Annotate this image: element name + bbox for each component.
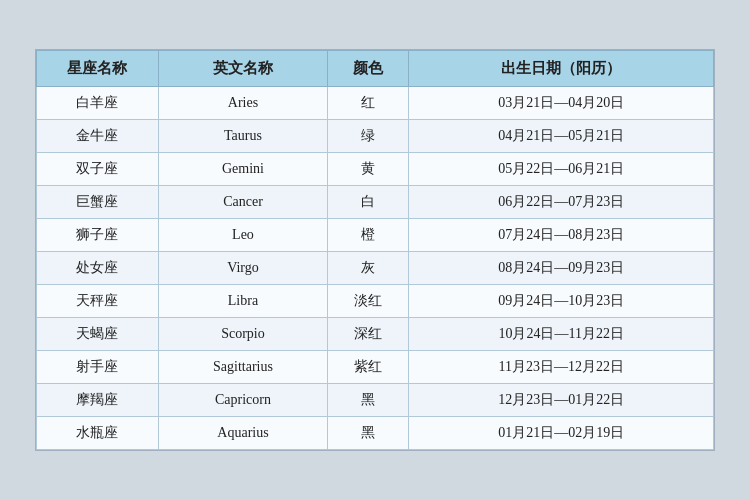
- cell-chinese: 双子座: [37, 153, 159, 186]
- cell-color: 深红: [328, 318, 409, 351]
- zodiac-table-container: 星座名称 英文名称 颜色 出生日期（阳历） 白羊座Aries红03月21日—04…: [35, 49, 715, 451]
- cell-english: Aries: [158, 87, 327, 120]
- cell-date: 03月21日—04月20日: [409, 87, 714, 120]
- zodiac-table: 星座名称 英文名称 颜色 出生日期（阳历） 白羊座Aries红03月21日—04…: [36, 50, 714, 450]
- cell-date: 09月24日—10月23日: [409, 285, 714, 318]
- cell-english: Aquarius: [158, 417, 327, 450]
- table-row: 白羊座Aries红03月21日—04月20日: [37, 87, 714, 120]
- header-date: 出生日期（阳历）: [409, 51, 714, 87]
- cell-color: 黄: [328, 153, 409, 186]
- table-row: 射手座Sagittarius紫红11月23日—12月22日: [37, 351, 714, 384]
- cell-color: 橙: [328, 219, 409, 252]
- cell-chinese: 天蝎座: [37, 318, 159, 351]
- cell-english: Leo: [158, 219, 327, 252]
- table-row: 水瓶座Aquarius黑01月21日—02月19日: [37, 417, 714, 450]
- table-row: 金牛座Taurus绿04月21日—05月21日: [37, 120, 714, 153]
- cell-color: 绿: [328, 120, 409, 153]
- table-row: 摩羯座Capricorn黑12月23日—01月22日: [37, 384, 714, 417]
- table-row: 天蝎座Scorpio深红10月24日—11月22日: [37, 318, 714, 351]
- table-row: 天秤座Libra淡红09月24日—10月23日: [37, 285, 714, 318]
- cell-chinese: 处女座: [37, 252, 159, 285]
- cell-english: Capricorn: [158, 384, 327, 417]
- cell-english: Cancer: [158, 186, 327, 219]
- table-row: 双子座Gemini黄05月22日—06月21日: [37, 153, 714, 186]
- cell-chinese: 天秤座: [37, 285, 159, 318]
- cell-date: 11月23日—12月22日: [409, 351, 714, 384]
- table-row: 狮子座Leo橙07月24日—08月23日: [37, 219, 714, 252]
- cell-english: Gemini: [158, 153, 327, 186]
- cell-date: 08月24日—09月23日: [409, 252, 714, 285]
- cell-color: 紫红: [328, 351, 409, 384]
- header-chinese: 星座名称: [37, 51, 159, 87]
- header-color: 颜色: [328, 51, 409, 87]
- cell-chinese: 巨蟹座: [37, 186, 159, 219]
- cell-english: Sagittarius: [158, 351, 327, 384]
- table-row: 巨蟹座Cancer白06月22日—07月23日: [37, 186, 714, 219]
- cell-date: 12月23日—01月22日: [409, 384, 714, 417]
- cell-date: 10月24日—11月22日: [409, 318, 714, 351]
- cell-chinese: 射手座: [37, 351, 159, 384]
- cell-date: 05月22日—06月21日: [409, 153, 714, 186]
- table-header-row: 星座名称 英文名称 颜色 出生日期（阳历）: [37, 51, 714, 87]
- cell-english: Scorpio: [158, 318, 327, 351]
- cell-color: 灰: [328, 252, 409, 285]
- cell-color: 淡红: [328, 285, 409, 318]
- cell-chinese: 金牛座: [37, 120, 159, 153]
- cell-date: 01月21日—02月19日: [409, 417, 714, 450]
- cell-chinese: 狮子座: [37, 219, 159, 252]
- cell-date: 04月21日—05月21日: [409, 120, 714, 153]
- cell-chinese: 水瓶座: [37, 417, 159, 450]
- table-body: 白羊座Aries红03月21日—04月20日金牛座Taurus绿04月21日—0…: [37, 87, 714, 450]
- header-english: 英文名称: [158, 51, 327, 87]
- cell-date: 07月24日—08月23日: [409, 219, 714, 252]
- cell-english: Libra: [158, 285, 327, 318]
- cell-color: 黑: [328, 384, 409, 417]
- table-row: 处女座Virgo灰08月24日—09月23日: [37, 252, 714, 285]
- cell-chinese: 白羊座: [37, 87, 159, 120]
- cell-chinese: 摩羯座: [37, 384, 159, 417]
- cell-color: 白: [328, 186, 409, 219]
- cell-english: Virgo: [158, 252, 327, 285]
- cell-date: 06月22日—07月23日: [409, 186, 714, 219]
- cell-color: 黑: [328, 417, 409, 450]
- cell-english: Taurus: [158, 120, 327, 153]
- cell-color: 红: [328, 87, 409, 120]
